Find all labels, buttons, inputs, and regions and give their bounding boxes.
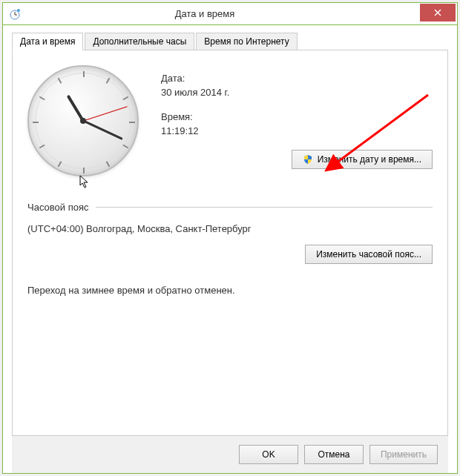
cursor-icon [79, 175, 90, 191]
timezone-section-header: Часовой пояс [27, 202, 433, 213]
change-timezone-button[interactable]: Изменить часовой пояс... [305, 245, 433, 264]
change-datetime-button[interactable]: Изменить дату и время... [292, 150, 433, 169]
timezone-header-text: Часовой пояс [27, 202, 88, 213]
date-value: 30 июля 2014 г. [161, 87, 433, 98]
change-timezone-label: Изменить часовой пояс... [316, 249, 421, 260]
cancel-button[interactable]: Отмена [304, 445, 364, 464]
clock-center [80, 118, 86, 124]
uac-shield-icon [303, 154, 313, 165]
tab-datetime[interactable]: Дата и время [12, 33, 83, 50]
dst-info: Переход на зимнее время и обратно отмене… [27, 285, 433, 296]
window-title: Дата и время [27, 8, 383, 19]
minute-hand [82, 120, 122, 140]
analog-clock-container [27, 65, 146, 184]
date-label: Дата: [161, 73, 433, 84]
tabs: Дата и время Дополнительные часы Время п… [12, 33, 448, 50]
tab-content: Дата: 30 июля 2014 г. Время: 11:19:12 [12, 50, 448, 436]
svg-point-3 [17, 9, 20, 12]
close-icon [434, 9, 441, 16]
second-hand [83, 106, 127, 121]
datetime-info: Дата: 30 июля 2014 г. Время: 11:19:12 [161, 65, 433, 169]
timezone-value: (UTC+04:00) Волгоград, Москва, Санкт-Пет… [27, 223, 433, 234]
separator-line [96, 207, 433, 208]
apply-button[interactable]: Применить [369, 445, 438, 464]
close-button[interactable] [420, 4, 456, 22]
titlebar: Дата и время [3, 3, 457, 25]
analog-clock [27, 65, 139, 176]
time-value: 11:19:12 [161, 125, 433, 136]
datetime-settings-window: Дата и время Дата и время Дополнительные… [2, 2, 458, 474]
datetime-display-row: Дата: 30 июля 2014 г. Время: 11:19:12 [27, 65, 433, 184]
content-area: Дата и время Дополнительные часы Время п… [3, 25, 457, 473]
time-label: Время: [161, 111, 433, 122]
change-datetime-label: Изменить дату и время... [318, 154, 421, 165]
datetime-app-icon [9, 8, 21, 20]
ok-button[interactable]: OK [239, 445, 298, 464]
tab-internet-time[interactable]: Время по Интернету [196, 33, 297, 50]
tab-additional-clocks[interactable]: Дополнительные часы [85, 33, 194, 50]
dialog-buttons: OK Отмена Применить [12, 436, 448, 473]
